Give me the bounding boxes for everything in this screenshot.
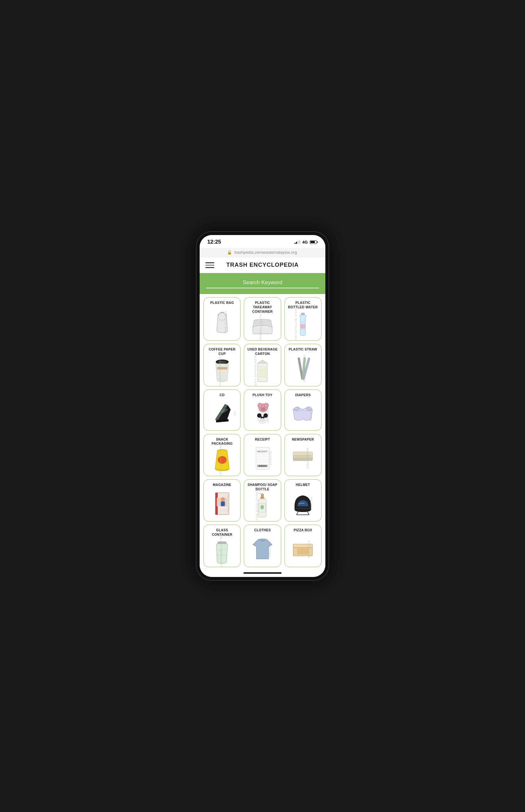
- search-input[interactable]: [206, 278, 319, 288]
- svg-rect-84: [297, 548, 309, 555]
- item-label: DIAPERS: [295, 393, 311, 397]
- item-illustration: SNACK PACKAGING: [206, 448, 238, 473]
- item-illustration: GLASS CONTAINER: [206, 539, 238, 564]
- item-illustration: NEWSPAPER: [287, 443, 319, 473]
- svg-point-66: [221, 497, 225, 502]
- item-label: NEWSPAPER: [292, 437, 314, 442]
- item-clothes[interactable]: CLOTHES CLOTHES: [244, 525, 281, 567]
- item-illustration: CLOTHES: [246, 534, 278, 564]
- item-diapers[interactable]: DIAPERS DIAPERS: [284, 390, 321, 431]
- svg-rect-49: [263, 465, 263, 467]
- app-title: TRASH ENCYCLOPEDIA: [214, 262, 311, 268]
- item-label: CD: [220, 393, 225, 397]
- svg-rect-71: [260, 497, 265, 499]
- svg-rect-46: [260, 465, 260, 467]
- network-label: 4G: [302, 240, 308, 245]
- item-shampoo-bottle[interactable]: SHAMPOO/ SOAP BOTTLE: [244, 479, 281, 521]
- item-plastic-bag[interactable]: PLASTIC BAG PLASTIC BAG: [204, 297, 241, 341]
- menu-button[interactable]: [205, 262, 214, 268]
- item-watermark: CD: [233, 411, 237, 416]
- item-label: PLASTIC BOTTLED WATER: [287, 301, 319, 309]
- item-illustration: PIZZA BOX: [287, 534, 319, 564]
- item-coffee-cup[interactable]: COFFEE PAPER CUP COFFEE PAPER CUP: [204, 344, 241, 386]
- app-header: TRASH ENCYCLOPEDIA: [200, 257, 325, 273]
- item-cd[interactable]: CD CD: [204, 390, 241, 431]
- item-label: USED BEVERAGE CARTON: [246, 347, 278, 356]
- item-illustration: PLASTIC STRAW: [287, 354, 319, 384]
- item-label: RECEIPT: [255, 437, 270, 442]
- svg-rect-67: [221, 501, 225, 506]
- item-watermark: PLUSH TOY: [266, 404, 269, 423]
- url-text: trashpedia.zerowastemalaysia.org: [234, 250, 297, 255]
- item-helmet[interactable]: HELMET HELMET: [284, 479, 321, 521]
- svg-marker-11: [258, 360, 267, 363]
- status-time: 12:25: [207, 239, 221, 245]
- item-illustration: HELMET: [287, 489, 319, 519]
- svg-point-30: [260, 417, 262, 418]
- item-watermark: GLASS CONTAINER: [220, 535, 223, 567]
- item-newspaper[interactable]: NEWSPAPER NEWSPAPER: [284, 434, 321, 476]
- svg-rect-47: [261, 465, 261, 467]
- svg-rect-52: [265, 465, 266, 467]
- item-watermark: NEWSPAPER: [306, 448, 309, 469]
- svg-point-25: [260, 407, 266, 411]
- item-water-bottle[interactable]: PLASTIC BOTTLED WATER PLASTIC BOTTLED WA…: [284, 297, 321, 341]
- item-watermark: USED BEVERAGE CARTON: [254, 348, 257, 386]
- item-magazine[interactable]: MAGAZINE MAGAZINE: [204, 479, 241, 521]
- item-label: HELMET: [296, 483, 310, 487]
- svg-rect-54: [267, 465, 267, 467]
- item-illustration: PLUSH TOY: [246, 399, 278, 427]
- item-label: MAGAZINE: [213, 483, 231, 487]
- items-grid: PLASTIC BAG PLASTIC BAG PLASTIC TAKEAWAY…: [200, 294, 325, 570]
- item-watermark: PLASTIC TAKEAWAY: [259, 310, 262, 341]
- item-watermark: COFFEE PAPER CUP: [219, 354, 222, 386]
- status-bar: 12:25 4G: [200, 235, 325, 248]
- svg-rect-58: [293, 452, 313, 455]
- item-plastic-straw[interactable]: PLASTIC STRAW PLASTIC STRAW: [284, 344, 321, 386]
- item-watermark: PIZZA BOX: [308, 540, 311, 558]
- item-glass-container[interactable]: GLASS CONTAINER GLASS CONTAINER: [204, 525, 241, 567]
- battery-icon: [310, 240, 318, 244]
- item-watermark: PLASTIC BAG: [224, 311, 227, 334]
- item-pizza-box[interactable]: PIZZA BOX PIZZA BOX: [284, 525, 321, 567]
- item-label: SHAMPOO/ SOAP BOTTLE: [246, 483, 278, 491]
- svg-point-23: [258, 403, 262, 408]
- item-label: PLUSH TOY: [253, 393, 273, 397]
- item-takeaway-container[interactable]: PLASTIC TAKEAWAY CONTAINER PLASTIC TAKEA…: [244, 297, 281, 341]
- item-watermark: PLASTIC BOTTLED WATER: [295, 302, 298, 341]
- item-label: PIZZA BOX: [294, 528, 312, 533]
- item-illustration: DIAPERS: [287, 399, 319, 427]
- item-watermark: DIAPERS: [309, 406, 312, 421]
- lock-icon: 🔒: [227, 250, 232, 255]
- svg-rect-44: [259, 465, 259, 467]
- svg-rect-3: [300, 324, 305, 329]
- item-label: PLASTIC STRAW: [289, 347, 317, 352]
- phone-screen: 12:25 4G 🔒 trashpedia.z: [200, 235, 325, 577]
- svg-text:RECEIPT: RECEIPT: [257, 450, 268, 453]
- svg-rect-51: [265, 465, 265, 467]
- item-label: PLASTIC BAG: [210, 301, 234, 305]
- item-label: CLOTHES: [254, 528, 271, 533]
- item-watermark: RECEIPT: [269, 451, 272, 466]
- svg-point-29: [260, 417, 265, 422]
- svg-rect-48: [262, 465, 262, 467]
- url-bar[interactable]: 🔒 trashpedia.zerowastemalaysia.org: [200, 248, 325, 257]
- home-indicator: [243, 572, 282, 574]
- item-beverage-carton[interactable]: USED BEVERAGE CARTON USED BEVERAGE CARTO…: [244, 344, 281, 386]
- item-receipt[interactable]: RECEIPT RECEIPT: [244, 434, 281, 476]
- item-illustration: SHAMPOO SOAP BOTTLE: [246, 493, 278, 519]
- item-label: COFFEE PAPER CUP: [206, 347, 238, 356]
- item-illustration: PLASTIC BAG: [206, 307, 238, 338]
- svg-rect-14: [259, 368, 266, 378]
- svg-rect-0: [253, 326, 272, 334]
- status-icons: 4G: [295, 240, 318, 245]
- item-plush-toy[interactable]: PLUSH TOY: [244, 390, 281, 431]
- phone-frame: 12:25 4G 🔒 trashpedia.z: [196, 231, 329, 580]
- svg-rect-50: [264, 465, 264, 467]
- item-illustration: MAGAZINE: [206, 489, 238, 519]
- item-watermark: SNACK PACKAGING: [219, 444, 222, 476]
- item-watermark: MAGAZINE: [227, 495, 230, 513]
- item-illustration: USED BEVERAGE CARTON: [246, 358, 278, 384]
- item-snack-packaging[interactable]: SNACK PACKAGING SNACK PACKAGING: [204, 434, 241, 476]
- item-illustration: RECEIPT: [246, 443, 278, 473]
